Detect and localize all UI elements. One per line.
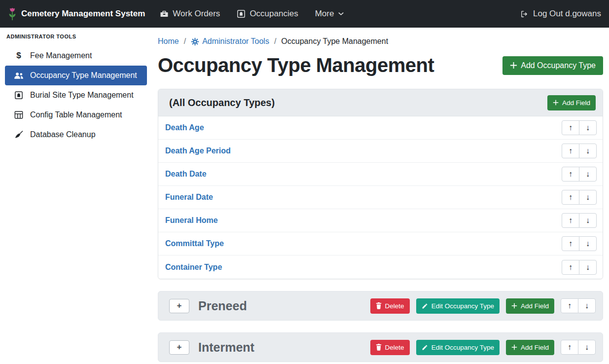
arrow-down-icon: ↓ — [586, 240, 590, 248]
sidebar-item-label: Database Cleanup — [30, 130, 96, 139]
logout-icon — [520, 10, 529, 18]
sidebar-item-label: Config Table Management — [30, 110, 122, 119]
field-link[interactable]: Funeral Date — [165, 193, 213, 202]
dollar-icon: $ — [14, 51, 24, 61]
reorder-buttons: ↑ ↓ — [562, 167, 597, 182]
edit-occupancy-type-button[interactable]: Edit Occupancy Type — [416, 298, 500, 314]
arrow-up-icon: ↑ — [569, 217, 573, 224]
arrow-up-icon: ↑ — [568, 302, 572, 310]
breadcrumb-home[interactable]: Home — [158, 37, 179, 46]
flower-icon — [8, 7, 17, 21]
field-link[interactable]: Funeral Home — [165, 216, 218, 225]
arrow-up-icon: ↑ — [568, 343, 572, 351]
delete-button[interactable]: Delete — [370, 340, 410, 355]
field-link[interactable]: Death Age Period — [165, 146, 231, 155]
move-up-button[interactable]: ↑ — [562, 213, 579, 228]
sidebar-item-fee-management[interactable]: $ Fee Management — [5, 46, 147, 66]
add-field-button[interactable]: Add Field — [506, 298, 554, 314]
reorder-buttons: ↑ ↓ — [562, 190, 597, 205]
reorder-buttons: ↑ ↓ — [562, 144, 597, 158]
breadcrumb-separator: / — [274, 37, 276, 46]
move-down-button[interactable]: ↓ — [579, 260, 597, 275]
arrow-up-icon: ↑ — [569, 263, 573, 271]
top-navbar: Cemetery Management System Work Orders O… — [0, 0, 609, 28]
nav-occupancies[interactable]: Occupancies — [237, 9, 298, 19]
field-row: Death Age ↑ ↓ — [158, 116, 603, 140]
nav-work-orders-label: Work Orders — [173, 9, 220, 19]
move-down-button[interactable]: ↓ — [579, 190, 597, 205]
nav-work-orders[interactable]: Work Orders — [160, 9, 220, 19]
field-link[interactable]: Committal Type — [165, 239, 224, 248]
nav-more[interactable]: More — [315, 9, 345, 19]
add-field-button[interactable]: Add Field — [547, 95, 596, 110]
arrow-up-icon: ↑ — [569, 240, 573, 248]
gear-icon — [191, 37, 199, 46]
trash-icon — [376, 302, 382, 309]
nav-occupancies-label: Occupancies — [250, 9, 298, 19]
field-link[interactable]: Container Type — [165, 263, 222, 272]
field-row: Container Type ↑ ↓ — [158, 255, 603, 279]
move-up-button[interactable]: ↑ — [561, 298, 578, 313]
field-row: Committal Type ↑ ↓ — [158, 232, 603, 255]
delete-label: Delete — [385, 302, 404, 310]
sidebar-item-burial-site-type-management[interactable]: Burial Site Type Management — [5, 85, 147, 105]
move-up-button[interactable]: ↑ — [562, 190, 579, 205]
delete-button[interactable]: Delete — [370, 298, 410, 314]
move-down-button[interactable]: ↓ — [578, 298, 596, 313]
reorder-buttons: ↑ ↓ — [561, 340, 596, 355]
edit-occupancy-type-label: Edit Occupancy Type — [431, 344, 494, 351]
arrow-down-icon: ↓ — [585, 343, 589, 351]
edit-occupancy-type-button[interactable]: Edit Occupancy Type — [416, 340, 500, 355]
sidebar-item-label: Fee Management — [30, 51, 92, 60]
field-row: Funeral Date ↑ ↓ — [158, 186, 603, 209]
reorder-buttons: ↑ ↓ — [562, 213, 597, 228]
move-down-button[interactable]: ↓ — [579, 213, 597, 228]
expand-button[interactable]: + — [169, 340, 189, 355]
add-occupancy-type-button[interactable]: Add Occupancy Type — [502, 56, 603, 75]
plus-icon — [511, 344, 517, 350]
occupancy-type-section-interment: + Interment Delete Edit Occupancy Type — [158, 332, 603, 362]
logout-button[interactable]: Log Out d.gowans — [520, 9, 601, 19]
breadcrumb-separator: / — [184, 37, 186, 46]
occupancy-type-name: Interment — [198, 340, 254, 355]
pencil-icon — [422, 303, 428, 309]
headstone-frame-icon — [237, 9, 246, 18]
broom-icon — [14, 130, 24, 139]
add-field-label: Add Field — [521, 344, 549, 351]
sidebar-item-database-cleanup[interactable]: Database Cleanup — [5, 125, 147, 145]
page-layout: Administrator Tools $ Fee Management Occ… — [0, 28, 609, 364]
expand-button[interactable]: + — [169, 299, 189, 313]
add-field-label: Add Field — [521, 302, 549, 310]
pencil-icon — [422, 344, 428, 351]
move-up-button[interactable]: ↑ — [562, 236, 579, 251]
add-field-label: Add Field — [562, 99, 590, 107]
move-down-button[interactable]: ↓ — [579, 167, 597, 182]
section-actions: Delete Edit Occupancy Type Add Field ↑ ↓ — [370, 298, 596, 314]
sidebar-item-config-table-management[interactable]: Config Table Management — [5, 105, 147, 125]
edit-occupancy-type-label: Edit Occupancy Type — [431, 302, 494, 310]
arrow-down-icon: ↓ — [585, 302, 589, 310]
field-link[interactable]: Death Age — [165, 123, 204, 132]
move-down-button[interactable]: ↓ — [578, 340, 596, 355]
move-up-button[interactable]: ↑ — [562, 167, 579, 182]
move-down-button[interactable]: ↓ — [579, 236, 597, 251]
main-content: Home / Admini — [152, 28, 609, 364]
move-down-button[interactable]: ↓ — [579, 144, 597, 158]
navbar-menu: Work Orders Occupancies More — [160, 9, 344, 19]
add-field-button[interactable]: Add Field — [506, 340, 554, 355]
breadcrumb-administrator-tools[interactable]: Administrator Tools — [191, 37, 269, 46]
breadcrumb-administrator-tools-label: Administrator Tools — [202, 37, 269, 46]
move-up-button[interactable]: ↑ — [562, 260, 579, 275]
field-link[interactable]: Death Date — [165, 170, 207, 179]
move-up-button[interactable]: ↑ — [562, 120, 579, 135]
move-down-button[interactable]: ↓ — [579, 120, 597, 135]
move-up-button[interactable]: ↑ — [561, 340, 578, 355]
move-up-button[interactable]: ↑ — [562, 144, 579, 158]
plus-icon — [510, 62, 517, 69]
sidebar-item-occupancy-type-management[interactable]: Occupancy Type Management — [5, 66, 147, 85]
sidebar: Administrator Tools $ Fee Management Occ… — [0, 28, 152, 364]
occupancy-type-name: Preneed — [198, 299, 247, 313]
app-brand[interactable]: Cemetery Management System — [8, 7, 145, 21]
arrow-down-icon: ↓ — [586, 217, 590, 224]
all-occupancy-types-card: (All Occupancy Types) Add Field Death Ag… — [158, 89, 603, 279]
